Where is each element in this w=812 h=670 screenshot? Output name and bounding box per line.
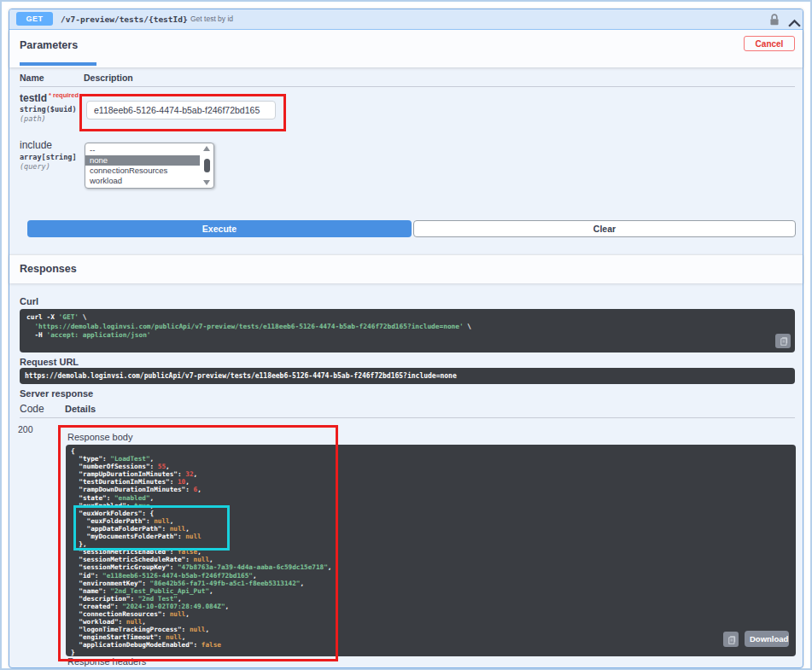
param-testid-location: (path) xyxy=(20,114,46,123)
operation-summary[interactable]: GET /v7-preview/tests/{testId} Get test … xyxy=(9,9,803,30)
response-body-json: { "type": "LoadTest", "numberOfSessions"… xyxy=(66,445,796,660)
status-code: 200 xyxy=(18,424,33,434)
listbox-scrollbar[interactable] xyxy=(202,146,212,185)
param-testid-name: testId* required xyxy=(20,91,79,104)
lock-icon[interactable] xyxy=(768,13,780,26)
curl-label: Curl xyxy=(20,296,38,306)
scrollbar-thumb[interactable] xyxy=(204,159,210,172)
operation-description: Get test by id xyxy=(190,9,233,29)
param-testid-type: string($uuid) xyxy=(20,105,77,114)
include-option-list: --noneconnectionResourcesworkload xyxy=(85,145,200,186)
copy-response-button[interactable] xyxy=(723,632,739,647)
param-include-name: include xyxy=(20,139,52,151)
response-body-block: { "type": "LoadTest", "numberOfSessions"… xyxy=(66,445,796,656)
column-header-description: Description xyxy=(84,73,133,83)
include-option---[interactable]: -- xyxy=(85,145,200,155)
endpoint-path: /v7-preview/tests/{testId} xyxy=(61,9,188,29)
curl-code-block: curl -X 'GET' \ 'https://demolab.loginvs… xyxy=(20,309,795,352)
include-multiselect[interactable]: --noneconnectionResourcesworkload xyxy=(85,143,214,189)
param-include-location: (query) xyxy=(20,162,50,171)
include-option-connectionResources[interactable]: connectionResources xyxy=(85,166,200,176)
tab-active-underline xyxy=(20,62,96,66)
responses-title: Responses xyxy=(20,255,77,283)
column-header-details: Details xyxy=(65,404,96,414)
column-header-code: Code xyxy=(20,403,44,415)
request-url-block: https://demolab.loginvsi.com/publicApi/v… xyxy=(20,368,795,384)
parameters-section-header: Parameters Cancel xyxy=(9,30,803,67)
copy-curl-button[interactable] xyxy=(775,334,791,348)
table-divider xyxy=(20,417,795,418)
responses-section-header: Responses xyxy=(9,254,803,283)
required-marker: * required xyxy=(49,91,79,99)
response-headers-label: Response headers xyxy=(67,656,146,667)
clear-button[interactable]: Clear xyxy=(413,220,796,237)
curl-command: curl -X 'GET' \ 'https://demolab.loginvs… xyxy=(20,309,795,345)
tab-parameters[interactable]: Parameters xyxy=(20,39,78,51)
swagger-ui-page: GET /v7-preview/tests/{testId} Get test … xyxy=(0,0,812,670)
table-divider xyxy=(20,86,795,87)
download-button[interactable]: Download xyxy=(745,631,789,647)
execute-button[interactable]: Execute xyxy=(27,220,412,237)
scroll-down-icon[interactable] xyxy=(203,180,210,185)
scroll-up-icon[interactable] xyxy=(203,146,210,151)
server-response-label: Server response xyxy=(20,388,93,399)
http-method-badge: GET xyxy=(16,12,53,26)
opblock-get: GET /v7-preview/tests/{testId} Get test … xyxy=(9,9,803,668)
response-body-label: Response body xyxy=(67,432,132,442)
cancel-button[interactable]: Cancel xyxy=(744,36,795,51)
request-url-value: https://demolab.loginvsi.com/publicApi/v… xyxy=(20,368,795,384)
param-testid-label: testId xyxy=(20,92,47,104)
chevron-up-icon[interactable] xyxy=(788,15,801,24)
param-include-type: array[string] xyxy=(20,153,77,161)
include-option-workload[interactable]: workload xyxy=(85,176,200,186)
testid-value-input[interactable] xyxy=(86,101,276,119)
request-url-label: Request URL xyxy=(20,357,79,367)
column-header-name: Name xyxy=(20,73,44,83)
include-option-none[interactable]: none xyxy=(85,155,200,166)
